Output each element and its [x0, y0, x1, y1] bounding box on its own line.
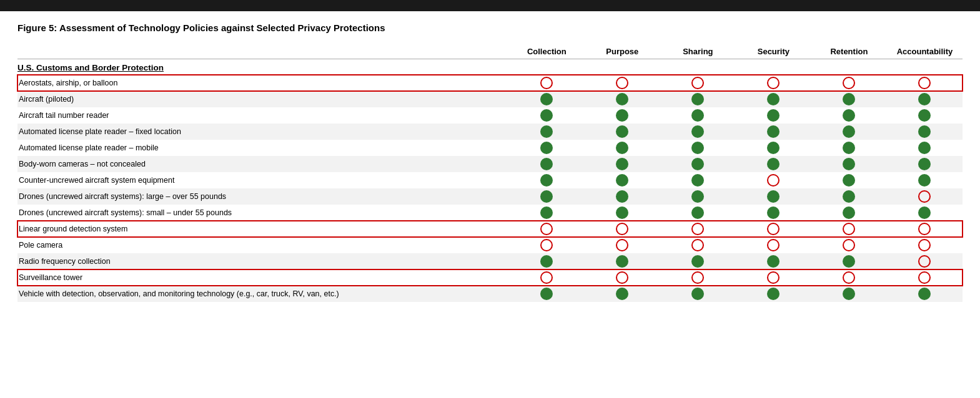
filled-circle-icon — [691, 174, 704, 187]
empty-circle-icon — [918, 77, 931, 89]
filled-circle-icon — [616, 255, 628, 268]
row-cell — [887, 253, 963, 269]
row-cell — [887, 107, 963, 124]
row-cell — [811, 156, 887, 172]
row-cell — [585, 269, 660, 286]
table-row: Linear ground detection system — [17, 221, 963, 237]
row-cell — [887, 269, 963, 286]
row-cell — [660, 237, 736, 253]
row-cell — [585, 75, 660, 91]
filled-circle-icon — [540, 190, 553, 203]
filled-circle-icon — [540, 255, 553, 268]
row-label: Pole camera — [17, 237, 509, 253]
filled-circle-icon — [616, 93, 628, 105]
filled-circle-icon — [616, 158, 628, 170]
col-header-retention: Retention — [811, 44, 887, 59]
section-header-row: U.S. Customs and Border Protection — [17, 59, 963, 75]
row-cell — [509, 221, 585, 237]
row-cell — [736, 237, 811, 253]
empty-circle-icon — [843, 271, 855, 284]
table-row: Radio frequency collection — [17, 253, 963, 269]
row-cell — [660, 221, 736, 237]
row-label: Aerostats, airship, or balloon — [17, 75, 509, 91]
row-cell — [509, 75, 585, 91]
empty-circle-icon — [540, 271, 553, 284]
row-cell — [660, 188, 736, 205]
row-cell — [887, 205, 963, 221]
row-cell — [660, 140, 736, 156]
row-cell — [887, 75, 963, 91]
filled-circle-icon — [843, 109, 855, 122]
filled-circle-icon — [843, 125, 855, 138]
row-cell — [736, 221, 811, 237]
filled-circle-icon — [540, 288, 553, 300]
filled-circle-icon — [691, 158, 704, 170]
row-cell — [811, 237, 887, 253]
filled-circle-icon — [616, 174, 628, 187]
row-cell — [811, 221, 887, 237]
empty-circle-icon — [616, 223, 628, 235]
row-cell — [509, 188, 585, 205]
row-cell — [736, 188, 811, 205]
row-cell — [660, 205, 736, 221]
table-row: Body-worn cameras – not concealed — [17, 156, 963, 172]
filled-circle-icon — [918, 206, 931, 219]
filled-circle-icon — [691, 93, 704, 105]
filled-circle-icon — [767, 125, 780, 138]
row-cell — [736, 140, 811, 156]
table-row: Vehicle with detection, observation, and… — [17, 286, 963, 302]
row-cell — [585, 156, 660, 172]
row-cell — [585, 286, 660, 302]
row-cell — [887, 286, 963, 302]
filled-circle-icon — [691, 206, 704, 219]
table-row: Aircraft (piloted) — [17, 91, 963, 107]
filled-circle-icon — [540, 125, 553, 138]
filled-circle-icon — [691, 190, 704, 203]
filled-circle-icon — [616, 109, 628, 122]
row-cell — [811, 75, 887, 91]
row-label: Aircraft tail number reader — [17, 107, 509, 124]
row-cell — [887, 140, 963, 156]
empty-circle-icon — [918, 239, 931, 251]
row-cell — [660, 107, 736, 124]
filled-circle-icon — [918, 174, 931, 187]
row-cell — [509, 172, 585, 188]
row-label: Counter-uncrewed aircraft system equipme… — [17, 172, 509, 188]
filled-circle-icon — [767, 158, 780, 170]
figure-title: Figure 5: Assessment of Technology Polic… — [17, 22, 963, 33]
filled-circle-icon — [540, 174, 553, 187]
filled-circle-icon — [691, 288, 704, 300]
row-cell — [585, 205, 660, 221]
row-label: Automated license plate reader – fixed l… — [17, 124, 509, 140]
row-cell — [811, 124, 887, 140]
filled-circle-icon — [843, 174, 855, 187]
row-label: Radio frequency collection — [17, 253, 509, 269]
row-cell — [736, 124, 811, 140]
filled-circle-icon — [767, 93, 780, 105]
row-cell — [736, 172, 811, 188]
row-cell — [887, 156, 963, 172]
row-cell — [887, 188, 963, 205]
empty-circle-icon — [918, 223, 931, 235]
table-row: Drones (uncrewed aircraft systems): larg… — [17, 188, 963, 205]
row-cell — [509, 91, 585, 107]
row-cell — [509, 124, 585, 140]
row-label: Vehicle with detection, observation, and… — [17, 286, 509, 302]
row-cell — [660, 172, 736, 188]
row-cell — [660, 286, 736, 302]
empty-circle-icon — [843, 223, 855, 235]
row-label: Linear ground detection system — [17, 221, 509, 237]
content-area: Figure 5: Assessment of Technology Polic… — [0, 11, 980, 313]
row-cell — [509, 253, 585, 269]
table-row: Automated license plate reader – mobile — [17, 140, 963, 156]
row-cell — [887, 221, 963, 237]
row-cell — [509, 269, 585, 286]
row-cell — [509, 286, 585, 302]
row-label: Surveillance tower — [17, 269, 509, 286]
filled-circle-icon — [918, 125, 931, 138]
filled-circle-icon — [918, 158, 931, 170]
row-cell — [811, 205, 887, 221]
row-cell — [811, 91, 887, 107]
table-row: Pole camera — [17, 237, 963, 253]
col-header-label — [17, 44, 509, 59]
